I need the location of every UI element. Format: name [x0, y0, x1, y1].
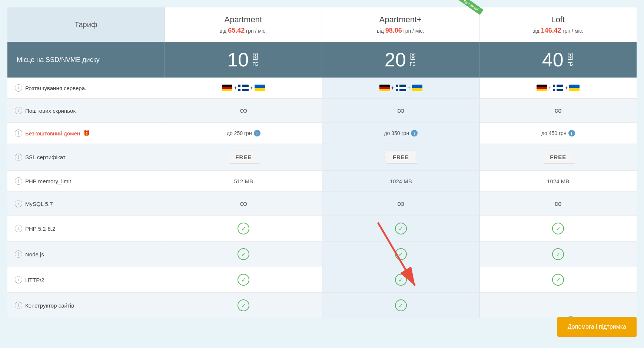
check-icon: ✓ — [238, 223, 249, 234]
flags-container: ++ — [379, 85, 422, 91]
feature-label-text: Поштових скриньок — [25, 108, 76, 114]
check-icon: ✓ — [395, 299, 407, 311]
feature-label-2: iБезкоштовний домен🎁 — [7, 123, 165, 144]
ssd-value-20: 20 🗄 ГБ — [322, 42, 479, 78]
feature-label-text: Розташування сервера. — [25, 85, 86, 91]
tariff-header-cell: Тариф — [7, 7, 165, 42]
feature-value-3-2: FREE — [479, 144, 637, 170]
flag-ua — [412, 85, 422, 91]
feature-label-7: iNode.js — [7, 242, 165, 267]
feature-value-0-0: ++ — [165, 78, 322, 98]
feature-label-3: iSSL сертифікат — [7, 144, 165, 170]
flag-plus: + — [548, 85, 551, 91]
ssl-free-badge: FREE — [227, 151, 260, 164]
feature-row: iSSL сертифікатFREEFREEFREE — [7, 144, 637, 171]
flag-plus2: + — [250, 85, 253, 91]
ssl-free-badge: FREE — [541, 151, 575, 164]
check-icon: ✓ — [238, 274, 249, 286]
feature-row: iMySQL 5.7∞∞∞ — [7, 192, 637, 216]
feature-label-0: iРозташування сервера. — [7, 78, 165, 98]
info-icon[interactable]: i — [15, 177, 22, 185]
domain-text: до 350 грн — [384, 130, 409, 136]
info-icon[interactable]: i — [15, 225, 22, 232]
feature-value-8-0: ✓ — [165, 267, 322, 292]
feature-value-9-1: ✓ — [322, 293, 479, 318]
domain-info-btn[interactable]: i — [411, 130, 418, 137]
plan-apartment-plus-price: від 98.06 грн / міс. — [328, 27, 474, 35]
plan-plus-price-value: 98.06 — [385, 27, 402, 34]
feature-value-5-2: ∞ — [479, 192, 637, 216]
plan-apartment-plus-name: Apartment+ — [328, 15, 474, 24]
flag-de — [222, 85, 232, 91]
plan-loft-prefix: від — [532, 28, 540, 34]
feature-row: iБезкоштовний домен🎁до 250 грнiдо 350 гр… — [7, 123, 637, 144]
info-icon[interactable]: i — [15, 200, 22, 207]
domain-value: до 450 грнi — [541, 130, 575, 137]
feature-label-text: PHP 5.2-8.2 — [25, 226, 55, 232]
check-icon: ✓ — [238, 299, 249, 311]
help-support-button[interactable]: Допомога і підтримка — [557, 317, 637, 337]
feature-rows: iРозташування сервера.++++++iПоштових ск… — [7, 78, 637, 318]
flag-plus: + — [391, 85, 394, 91]
feature-row: iPHP 5.2-8.2✓✓✓ — [7, 216, 637, 242]
feature-value-3-1: FREE — [322, 144, 479, 170]
plan-apartment-plus-header: Популярний Apartment+ від 98.06 грн / мі… — [322, 7, 479, 42]
feature-value-6-2: ✓ — [479, 216, 637, 241]
info-icon[interactable]: i — [15, 250, 22, 258]
feature-label-text: Конструктор сайтів — [25, 302, 74, 309]
infinity-icon: ∞ — [554, 105, 562, 116]
ssd-row: Місце на SSD/NVME диску 10 🗄 ГБ 20 🗄 ГБ … — [7, 42, 637, 78]
ssd-num-3: 40 — [542, 50, 564, 69]
feature-label-9: iКонструктор сайтів — [7, 293, 165, 318]
ssd-num-2: 20 — [385, 50, 406, 69]
check-icon: ✓ — [238, 248, 249, 260]
feature-value-7-1: ✓ — [322, 242, 479, 267]
flag-fi — [553, 85, 563, 91]
flag-ua — [255, 85, 265, 91]
feature-row: iПоштових скриньок∞∞∞ — [7, 99, 637, 123]
domain-info-btn[interactable]: i — [568, 130, 575, 137]
info-icon[interactable]: i — [15, 276, 22, 283]
feature-value-1-1: ∞ — [322, 99, 479, 122]
check-icon: ✓ — [395, 274, 407, 286]
check-icon: ✓ — [552, 248, 564, 260]
check-icon: ✓ — [552, 223, 564, 234]
header-row: Тариф Apartment від 65.42 грн / міс. Поп… — [7, 7, 637, 42]
plan-apartment-price-value: 65.42 — [228, 27, 245, 34]
ssd-value-40: 40 🗄 ГБ — [479, 42, 637, 78]
feature-value-2-2: до 450 грнi — [479, 123, 637, 144]
feature-value-6-0: ✓ — [165, 216, 322, 241]
feature-label-8: iHTTP/2 — [7, 267, 165, 292]
domain-info-btn[interactable]: i — [254, 130, 260, 137]
domain-value: до 250 грнi — [227, 130, 260, 137]
feature-row: iРозташування сервера.++++++ — [7, 78, 637, 99]
info-icon[interactable]: i — [15, 154, 22, 161]
ssl-free-badge: FREE — [384, 151, 418, 164]
feature-value-0-1: ++ — [322, 78, 479, 98]
tariff-label: Тариф — [74, 20, 97, 29]
feature-value-1-0: ∞ — [165, 99, 322, 122]
feature-row: iHTTP/2✓✓✓ — [7, 267, 637, 293]
feature-value-7-2: ✓ — [479, 242, 637, 267]
feature-label-text: PHP memory_limit — [25, 178, 71, 184]
domain-text: до 250 грн — [227, 130, 252, 136]
flag-plus2: + — [565, 85, 568, 91]
gift-icon: 🎁 — [83, 130, 90, 137]
feature-label-text: Безкоштовний домен — [25, 130, 80, 137]
feature-value-6-1: ✓ — [322, 216, 479, 241]
flag-fi — [396, 85, 406, 91]
ssd-icon-2: 🗄 ГБ — [409, 53, 416, 67]
feature-label-6: iPHP 5.2-8.2 — [7, 216, 165, 241]
info-icon[interactable]: i — [15, 129, 22, 137]
info-icon[interactable]: i — [15, 84, 22, 92]
feature-value-4-0: 512 MB — [165, 171, 322, 191]
info-icon[interactable]: i — [15, 302, 22, 309]
feature-label-4: iPHP memory_limit — [7, 171, 165, 191]
infinity-icon: ∞ — [240, 198, 247, 209]
feature-value-9-2 — [479, 293, 637, 318]
ssd-icon-3: 🗄 ГБ — [567, 53, 574, 67]
feature-label-text: Node.js — [25, 251, 44, 257]
info-icon[interactable]: i — [15, 107, 22, 114]
feature-value-3-0: FREE — [165, 144, 322, 170]
feature-value-4-2: 1024 MB — [479, 171, 637, 191]
